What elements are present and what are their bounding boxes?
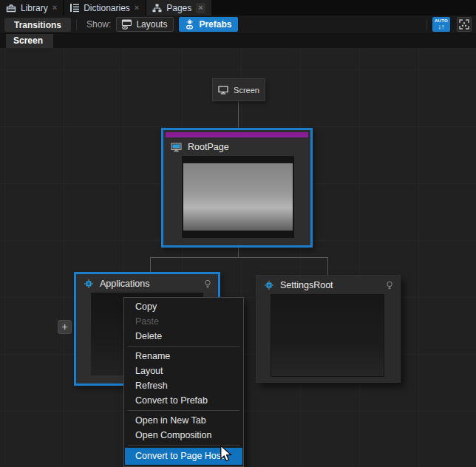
screen-node-label: Screen: [234, 86, 259, 95]
show-label: Show:: [86, 19, 111, 30]
applications-node-label: Applications: [100, 279, 198, 289]
hierarchy-icon: [152, 4, 162, 13]
transitions-button[interactable]: Transitions: [4, 18, 71, 32]
tab-library[interactable]: Library ×: [0, 0, 63, 16]
menu-item-delete[interactable]: Delete: [124, 329, 243, 344]
applications-header: Applications: [76, 274, 218, 292]
tab-label: Pages: [166, 3, 191, 13]
settingsroot-node-label: SettingsRoot: [280, 280, 380, 290]
breadcrumb: Screen: [0, 34, 476, 48]
menu-item-copy[interactable]: Copy: [124, 299, 243, 314]
rootpage-preview: [182, 156, 294, 238]
pages-editor-window: Library × Dictionaries × Pages × Transit…: [0, 0, 476, 467]
layouts-toggle[interactable]: Layouts: [116, 17, 174, 32]
wire-rootpage-down: [238, 248, 239, 257]
wire-screen-rootpage: [238, 101, 239, 128]
close-icon[interactable]: ×: [52, 4, 57, 12]
tab-label: Dictionaries: [84, 3, 130, 13]
add-page-button[interactable]: +: [58, 320, 72, 334]
rootpage-node[interactable]: RootPage: [161, 128, 313, 248]
screen-node[interactable]: Screen: [212, 78, 265, 101]
menu-item-open-in-new-tab[interactable]: Open in New Tab: [124, 413, 243, 428]
menu-separator: [128, 410, 239, 411]
fit-view-icon: [459, 19, 469, 30]
lightbulb-icon[interactable]: [204, 279, 211, 289]
close-icon[interactable]: ×: [135, 4, 139, 12]
page-monitor-icon: [171, 143, 182, 152]
close-icon[interactable]: ×: [196, 3, 205, 13]
toolbar-divider: [76, 19, 77, 30]
pages-toolbar: Transitions Show: Layouts Prefabs AUTO ↓…: [0, 16, 476, 34]
layouts-label: Layouts: [136, 19, 167, 30]
lightbulb-icon[interactable]: [386, 281, 393, 290]
settingsroot-header: SettingsRoot: [256, 276, 400, 293]
monitor-icon: [218, 86, 228, 95]
prefab-chip-icon: [264, 280, 274, 290]
rootpage-accent-bar: [166, 132, 308, 137]
tab-pages[interactable]: Pages ×: [146, 0, 211, 16]
menu-item-paste[interactable]: Paste: [124, 314, 243, 329]
breadcrumb-screen-tab[interactable]: Screen: [6, 34, 53, 48]
menu-item-convert-to-prefab[interactable]: Convert to Prefab: [124, 393, 243, 408]
menu-item-layout[interactable]: Layout: [124, 364, 243, 378]
tab-label: Library: [21, 3, 48, 13]
tab-dictionaries[interactable]: Dictionaries ×: [64, 0, 145, 16]
mouse-cursor: [219, 445, 233, 463]
menu-separator: [128, 346, 239, 347]
context-menu: Copy Paste Delete Rename Layout Refresh …: [123, 297, 244, 467]
rootpage-node-label: RootPage: [188, 142, 304, 152]
menu-item-open-composition[interactable]: Open Composition: [124, 428, 243, 443]
document-tabbar: Library × Dictionaries × Pages ×: [0, 0, 476, 16]
toolbar-divider: [426, 19, 427, 30]
prefabs-label: Prefabs: [199, 19, 231, 30]
prefabs-eye-icon: [184, 19, 195, 30]
rootpage-preview-content: [183, 163, 293, 231]
auto-layout-button[interactable]: AUTO ↓↑: [432, 17, 450, 32]
rootpage-header: RootPage: [163, 137, 310, 155]
prefabs-toggle[interactable]: Prefabs: [179, 17, 238, 32]
menu-item-rename[interactable]: Rename: [124, 349, 243, 364]
layouts-eye-icon: [121, 19, 132, 30]
fit-view-button[interactable]: [457, 17, 472, 32]
toolbox-icon: [6, 4, 16, 13]
wire-branch-applications: [150, 257, 151, 272]
wire-branch-horizontal: [150, 257, 328, 258]
page-graph-canvas[interactable]: Screen RootPage + Applications: [0, 48, 476, 467]
menu-item-refresh[interactable]: Refresh: [124, 378, 243, 393]
prefab-chip-icon: [84, 279, 94, 289]
auto-layout-icon: ↓↑: [438, 24, 445, 30]
list-icon: [70, 3, 79, 13]
wire-branch-settingsroot: [327, 257, 328, 275]
settingsroot-node[interactable]: SettingsRoot: [256, 275, 401, 383]
settingsroot-preview: [271, 294, 384, 377]
